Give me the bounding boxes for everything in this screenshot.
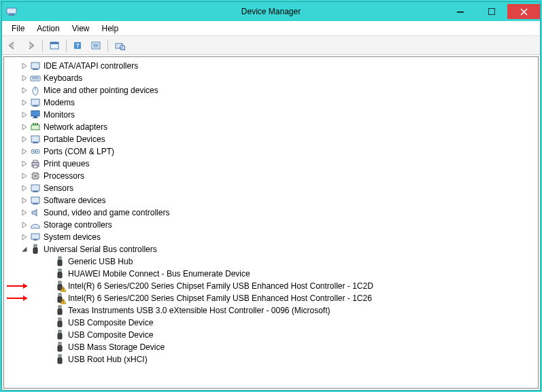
- expand-icon[interactable]: [20, 209, 29, 217]
- network-icon: [30, 122, 41, 132]
- expand-icon[interactable]: [20, 233, 29, 241]
- usb-icon: [54, 329, 65, 340]
- tree-device[interactable]: Generic USB Hub: [8, 255, 538, 268]
- forward-button[interactable]: [22, 38, 39, 53]
- usb-icon: [54, 293, 65, 304]
- tree-category[interactable]: Processors: [8, 170, 538, 182]
- spacer: [45, 257, 53, 266]
- category-label: Print queues: [44, 159, 89, 168]
- titlebar: Device Manager: [2, 2, 540, 21]
- tree-device[interactable]: USB Composite Device: [8, 329, 538, 341]
- tree-category[interactable]: Software devices: [8, 194, 538, 207]
- back-button[interactable]: [5, 38, 21, 53]
- spacer: [45, 331, 53, 339]
- tree-category[interactable]: Sensors: [8, 182, 538, 194]
- menu-view[interactable]: View: [67, 22, 95, 35]
- expand-icon[interactable]: [20, 86, 29, 94]
- tree-category[interactable]: Portable Devices: [8, 133, 538, 145]
- tree-category[interactable]: Keyboards: [8, 72, 538, 84]
- expand-icon[interactable]: [20, 221, 29, 229]
- tree-category[interactable]: Sound, video and game controllers: [8, 207, 538, 219]
- expand-icon[interactable]: [20, 160, 29, 168]
- usb-icon: [54, 317, 65, 328]
- toolbar-sep: [42, 39, 43, 52]
- tree-category[interactable]: Ports (COM & LPT): [8, 145, 538, 158]
- tree-category[interactable]: Monitors: [8, 109, 538, 121]
- cpu-icon: [30, 171, 41, 181]
- app-icon: [6, 6, 17, 17]
- tree-device[interactable]: USB Mass Storage Device: [8, 341, 538, 353]
- spacer: [45, 343, 53, 351]
- device-label: USB Composite Device: [68, 318, 153, 327]
- maximize-button[interactable]: [476, 4, 507, 19]
- expand-icon[interactable]: [20, 147, 29, 156]
- annotation-arrow: [7, 293, 34, 303]
- category-label: System devices: [44, 232, 101, 242]
- client-area: IDE ATA/ATAPI controllersKeyboardsMice a…: [3, 56, 539, 389]
- menu-help[interactable]: Help: [97, 22, 124, 35]
- help-button[interactable]: ?: [70, 38, 86, 53]
- expand-icon[interactable]: [20, 123, 29, 131]
- tree-device[interactable]: USB Root Hub (xHCI): [8, 353, 538, 366]
- scan-hardware-button[interactable]: [112, 38, 128, 53]
- annotation-arrow: [7, 281, 34, 291]
- device-manager-window: Device Manager File Action View Help: [1, 1, 541, 391]
- properties-button[interactable]: [88, 38, 104, 53]
- tree-category[interactable]: IDE ATA/ATAPI controllers: [8, 60, 538, 72]
- expand-icon[interactable]: [20, 184, 29, 192]
- expand-icon[interactable]: [20, 196, 29, 204]
- printer-icon: [30, 158, 41, 169]
- device-tree[interactable]: IDE ATA/ATAPI controllersKeyboardsMice a…: [4, 57, 538, 388]
- device-label: USB Root Hub (xHCI): [68, 355, 148, 364]
- category-label: Universal Serial Bus controllers: [44, 245, 157, 254]
- menu-action[interactable]: Action: [31, 22, 65, 35]
- sensor-icon: [30, 183, 41, 194]
- expand-icon[interactable]: [20, 111, 29, 119]
- tree-device[interactable]: HUAWEI Mobile Connect - Bus Enumerate De…: [8, 268, 538, 280]
- tree-category[interactable]: Modems: [8, 96, 538, 109]
- svg-text:?: ?: [75, 42, 80, 49]
- category-label: Network adapters: [44, 122, 107, 132]
- svg-rect-3: [457, 12, 464, 13]
- tree-category[interactable]: Network adapters: [8, 121, 538, 133]
- collapse-icon[interactable]: [20, 245, 29, 253]
- tree-device[interactable]: USB Composite Device: [8, 317, 538, 329]
- expand-icon[interactable]: [20, 135, 29, 143]
- toolbar-sep: [66, 39, 67, 52]
- tree-category[interactable]: Mice and other pointing devices: [8, 84, 538, 96]
- device-label: Intel(R) 6 Series/C200 Series Chipset Fa…: [68, 281, 373, 291]
- show-hidden-button[interactable]: [46, 38, 63, 53]
- sound-icon: [30, 207, 41, 218]
- keyboard-icon: [30, 73, 41, 84]
- mouse-icon: [30, 85, 41, 96]
- category-label: Monitors: [44, 110, 75, 120]
- tree-device[interactable]: Texas Instruments USB 3.0 eXtensible Hos…: [8, 304, 538, 317]
- device-label: HUAWEI Mobile Connect - Bus Enumerate De…: [68, 269, 250, 279]
- spacer: [45, 306, 53, 315]
- tree-device[interactable]: Intel(R) 6 Series/C200 Series Chipset Fa…: [8, 292, 538, 304]
- category-label: Mice and other pointing devices: [44, 86, 158, 95]
- usb-icon: [54, 354, 65, 365]
- expand-icon[interactable]: [20, 62, 29, 70]
- ide-icon: [30, 60, 41, 71]
- expand-icon[interactable]: [20, 99, 29, 107]
- tree-category[interactable]: Storage controllers: [8, 219, 538, 231]
- category-label: Sound, video and game controllers: [44, 208, 169, 217]
- menu-file[interactable]: File: [6, 22, 30, 35]
- minimize-button[interactable]: [445, 4, 476, 19]
- ports-icon: [30, 146, 41, 157]
- svg-rect-6: [50, 42, 58, 44]
- tree-category[interactable]: System devices: [8, 231, 538, 243]
- device-label: Texas Instruments USB 3.0 eXtensible Hos…: [68, 306, 331, 315]
- close-button[interactable]: [507, 4, 540, 19]
- spacer: [45, 270, 53, 278]
- tree-category[interactable]: Universal Serial Bus controllers: [8, 243, 538, 255]
- tree-device[interactable]: Intel(R) 6 Series/C200 Series Chipset Fa…: [8, 280, 538, 292]
- tree-category[interactable]: Print queues: [8, 158, 538, 170]
- usb-icon: [54, 342, 65, 353]
- device-label: USB Mass Storage Device: [68, 342, 165, 352]
- monitor-icon: [30, 109, 41, 120]
- expand-icon[interactable]: [20, 172, 29, 180]
- spacer: [45, 319, 53, 327]
- expand-icon[interactable]: [20, 74, 29, 82]
